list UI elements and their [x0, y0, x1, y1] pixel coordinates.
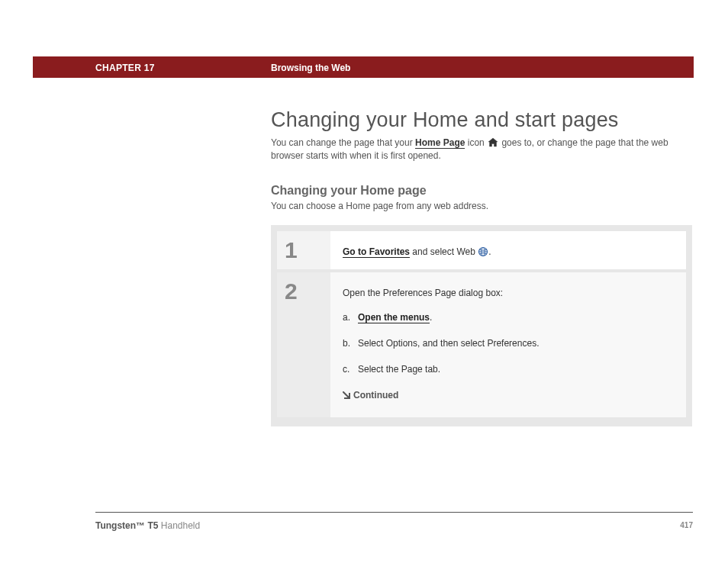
substep: c. Select the Page tab.	[343, 362, 674, 376]
chapter-header: CHAPTER 17 Browsing the Web	[33, 56, 694, 78]
step-body: Open the Preferences Page dialog box: a.…	[330, 272, 686, 417]
go-to-favorites-link[interactable]: Go to Favorites	[343, 246, 410, 258]
step-row: 2 Open the Preferences Page dialog box: …	[277, 272, 686, 417]
home-page-link[interactable]: Home Page	[415, 137, 465, 149]
step-number-cell: 1	[277, 231, 330, 269]
footer-brand-name: Tungsten™ T5	[95, 520, 158, 531]
substep-letter: a.	[343, 310, 350, 324]
open-the-menus-link[interactable]: Open the menus	[358, 312, 430, 323]
substep-tail: .	[430, 312, 432, 323]
continued-label: Continued	[353, 390, 398, 401]
continued-indicator: Continued	[343, 388, 674, 402]
footer-rule	[95, 512, 693, 513]
step-body: Go to Favorites and select Web .	[330, 231, 686, 269]
section-text: You can choose a Home page from any web …	[271, 201, 692, 211]
substep: b. Select Options, and then select Prefe…	[343, 336, 674, 350]
section-label: Browsing the Web	[271, 63, 350, 73]
steps-container: 1 Go to Favorites and select Web . 2 Ope…	[271, 225, 692, 426]
substeps-list: a. Open the menus. b. Select Options, an…	[343, 310, 674, 376]
step1-rest: and select Web	[410, 246, 478, 257]
substep-text: Select the Page tab.	[358, 364, 440, 375]
substep-text: Select Options, and then select Preferen…	[358, 338, 539, 349]
step-number: 1	[285, 239, 330, 262]
step-number: 2	[285, 280, 330, 303]
step2-lead: Open the Preferences Page dialog box:	[343, 286, 674, 300]
footer-brand-suffix: Handheld	[158, 520, 200, 531]
step1-tail: .	[488, 246, 491, 257]
chapter-label: CHAPTER 17	[95, 63, 155, 73]
substep-letter: b.	[343, 336, 350, 350]
continued-arrow-icon	[343, 389, 350, 397]
substep: a. Open the menus.	[343, 310, 674, 324]
intro-text-pre: You can change the page that your	[271, 137, 415, 148]
page-title: Changing your Home and start pages	[271, 108, 692, 132]
step-row: 1 Go to Favorites and select Web .	[277, 231, 686, 269]
step-number-cell: 2	[277, 272, 330, 417]
section-heading: Changing your Home page	[271, 184, 692, 198]
page-number: 417	[680, 521, 693, 529]
intro-text-mid: icon	[465, 137, 487, 148]
substep-letter: c.	[343, 362, 350, 376]
intro-paragraph: You can change the page that your Home P…	[271, 137, 692, 162]
page: CHAPTER 17 Browsing the Web Changing you…	[0, 0, 728, 563]
home-icon	[488, 137, 498, 147]
content-column: Changing your Home and start pages You c…	[271, 108, 692, 426]
web-icon	[478, 246, 488, 257]
footer-brand: Tungsten™ T5 Handheld	[95, 520, 200, 531]
